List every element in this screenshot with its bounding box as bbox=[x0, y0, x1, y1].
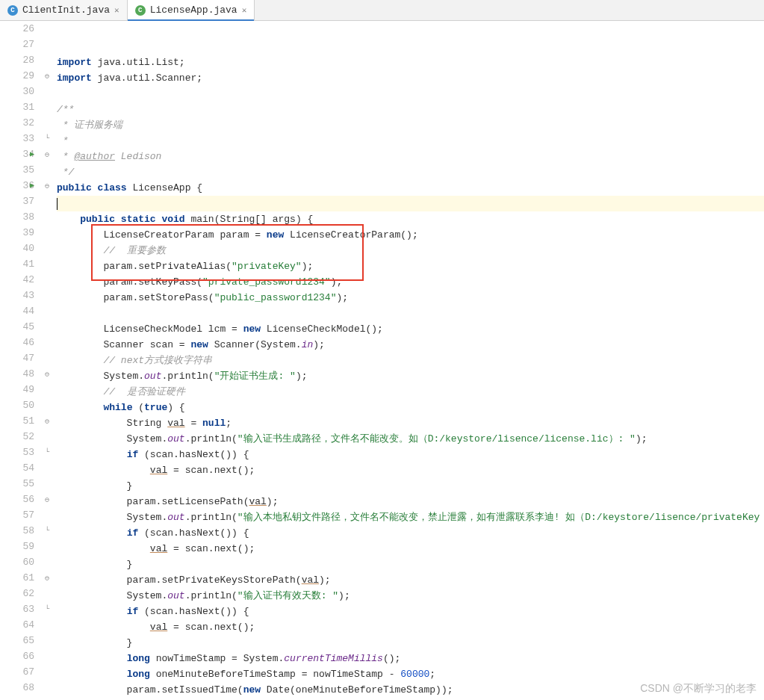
code-line[interactable]: System.out.println("输入证书生成路径，文件名不能改变。如（D… bbox=[57, 431, 764, 447]
code-line[interactable] bbox=[57, 86, 764, 102]
code-line[interactable] bbox=[57, 306, 764, 321]
run-gutter-icon[interactable]: ▶ bbox=[30, 146, 34, 162]
code-line[interactable]: param.setPrivateKeysStorePath(val); bbox=[57, 572, 764, 588]
code-line[interactable]: param.setStorePass("public_password1234"… bbox=[57, 290, 764, 306]
editor-tabs: C ClientInit.java ✕ C LicenseApp.java ✕ bbox=[0, 0, 764, 21]
fold-guide-icon: └ bbox=[43, 527, 51, 535]
code-line[interactable]: param.setPrivateAlias("privateKey"); bbox=[57, 258, 764, 274]
code-line[interactable]: */ bbox=[57, 164, 764, 180]
run-gutter-icon[interactable]: ▶ bbox=[30, 178, 34, 193]
code-line[interactable]: LicenseCheckModel lcm = new LicenseCheck… bbox=[57, 321, 764, 337]
code-line[interactable]: public static void main(String[] args) { bbox=[57, 211, 764, 227]
code-line[interactable]: Scanner scan = new Scanner(System.in); bbox=[57, 337, 764, 353]
tab-clientinit[interactable]: C ClientInit.java ✕ bbox=[0, 0, 128, 20]
code-line[interactable]: } bbox=[57, 635, 764, 651]
code-line[interactable]: * bbox=[57, 133, 764, 149]
fold-collapse-icon[interactable]: ⊖ bbox=[43, 574, 51, 583]
code-line[interactable]: param.setKeyPass("private_password1234")… bbox=[57, 274, 764, 290]
fold-collapse-icon[interactable]: ⊖ bbox=[43, 495, 51, 504]
fold-column: ⊖└⊖⊖⊖⊖└⊖└⊖└ bbox=[43, 21, 51, 700]
code-line[interactable]: if (scan.hasNext()) { bbox=[57, 525, 764, 541]
code-line[interactable]: } bbox=[57, 478, 764, 494]
code-line[interactable]: param.setIssuedTime(new Date(oneMinuteBe… bbox=[57, 682, 764, 698]
code-line[interactable]: * 证书服务端 bbox=[57, 117, 764, 133]
code-line[interactable]: // next方式接收字符串 bbox=[57, 353, 764, 368]
tab-licenseapp[interactable]: C LicenseApp.java ✕ bbox=[128, 0, 255, 20]
tab-title: ClientInit.java bbox=[22, 4, 110, 16]
code-line[interactable]: val = scan.next(); bbox=[57, 619, 764, 635]
line-number-gutter: 262728293031323334▶3536▶3738394041424344… bbox=[0, 21, 43, 700]
fold-collapse-icon[interactable]: ⊖ bbox=[43, 370, 51, 379]
class-icon: C bbox=[135, 5, 146, 16]
close-icon[interactable]: ✕ bbox=[242, 5, 247, 15]
fold-guide-icon: └ bbox=[43, 134, 51, 143]
code-line[interactable]: val = scan.next(); bbox=[57, 541, 764, 557]
fold-guide-icon: └ bbox=[43, 605, 51, 613]
code-line[interactable]: long oneMinuteBeforeTimeStamp = nowTimeS… bbox=[57, 666, 764, 682]
code-line[interactable]: System.out.println("开始证书生成: "); bbox=[57, 368, 764, 384]
fold-collapse-icon[interactable]: ⊖ bbox=[43, 417, 51, 426]
code-line[interactable]: // 是否验证硬件 bbox=[57, 384, 764, 400]
code-line[interactable]: val = scan.next(); bbox=[57, 462, 764, 478]
code-line[interactable]: System.out.println("输入本地私钥文件路径，文件名不能改变，禁… bbox=[57, 509, 764, 525]
code-line[interactable]: param.setLicensePath(val); bbox=[57, 494, 764, 509]
code-line[interactable]: /** bbox=[57, 102, 764, 117]
code-line[interactable] bbox=[57, 196, 764, 211]
close-icon[interactable]: ✕ bbox=[114, 5, 119, 15]
code-area[interactable]: import java.util.List;import java.util.S… bbox=[51, 21, 764, 700]
code-line[interactable]: while (true) { bbox=[57, 400, 764, 415]
code-line[interactable]: long nowTimeStamp = System.currentTimeMi… bbox=[57, 651, 764, 666]
code-line[interactable]: // 重要参数 bbox=[57, 243, 764, 258]
code-line[interactable]: * @author Ledison bbox=[57, 149, 764, 164]
class-icon: C bbox=[7, 5, 18, 16]
fold-collapse-icon[interactable]: ⊖ bbox=[43, 182, 51, 191]
code-line[interactable]: LicenseCreatorParam param = new LicenseC… bbox=[57, 227, 764, 243]
code-line[interactable]: import java.util.Scanner; bbox=[57, 70, 764, 86]
code-line[interactable]: } bbox=[57, 557, 764, 572]
code-line[interactable]: System.out.println("输入证书有效天数: "); bbox=[57, 588, 764, 604]
fold-guide-icon: └ bbox=[43, 448, 51, 456]
code-line[interactable]: public class LicenseApp { bbox=[57, 180, 764, 196]
fold-collapse-icon[interactable]: ⊖ bbox=[43, 150, 51, 159]
code-line[interactable]: if (scan.hasNext()) { bbox=[57, 447, 764, 462]
tab-title: LicenseApp.java bbox=[150, 4, 237, 16]
code-line[interactable]: String val = null; bbox=[57, 415, 764, 431]
code-editor[interactable]: 262728293031323334▶3536▶3738394041424344… bbox=[0, 21, 764, 700]
fold-collapse-icon[interactable]: ⊖ bbox=[43, 72, 51, 81]
code-line[interactable]: if (scan.hasNext()) { bbox=[57, 604, 764, 619]
code-line[interactable]: import java.util.List; bbox=[57, 55, 764, 70]
